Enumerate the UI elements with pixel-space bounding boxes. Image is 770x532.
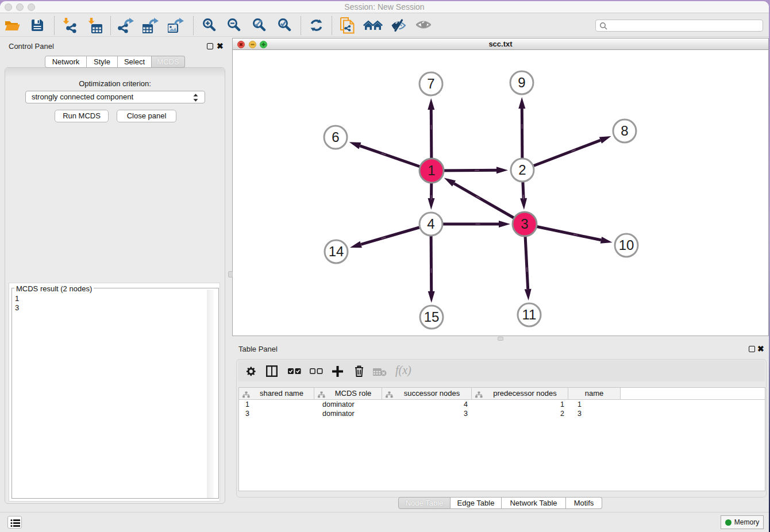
svg-text:4: 4 [427, 216, 434, 232]
svg-text:3: 3 [521, 216, 528, 232]
svg-text:15: 15 [424, 309, 440, 325]
svg-text:14: 14 [329, 244, 344, 259]
svg-text:2: 2 [518, 162, 526, 178]
svg-text:11: 11 [522, 307, 537, 322]
svg-text:7: 7 [427, 76, 434, 91]
svg-text:10: 10 [619, 237, 634, 253]
svg-text:8: 8 [621, 123, 628, 138]
svg-text:6: 6 [332, 129, 339, 145]
svg-text:1: 1 [428, 163, 435, 178]
svg-text:9: 9 [518, 75, 525, 90]
